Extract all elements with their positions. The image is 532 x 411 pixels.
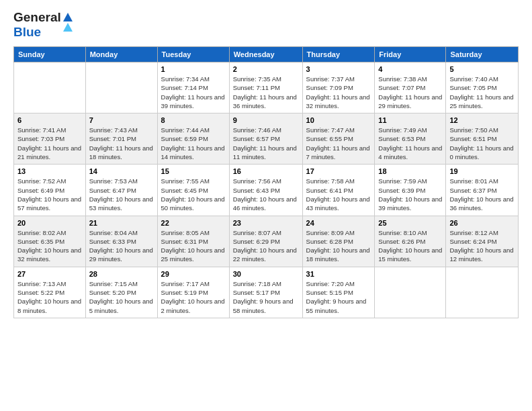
calendar-cell: 16Sunrise: 7:56 AM Sunset: 6:43 PM Dayli… <box>229 165 302 216</box>
day-info: Sunrise: 8:04 AM Sunset: 6:33 PM Dayligh… <box>89 228 154 264</box>
day-info: Sunrise: 7:34 AM Sunset: 7:14 PM Dayligh… <box>161 75 226 110</box>
day-number: 4 <box>378 65 442 73</box>
day-info: Sunrise: 7:37 AM Sunset: 7:09 PM Dayligh… <box>306 75 371 110</box>
day-number: 17 <box>306 167 371 175</box>
day-number: 27 <box>17 270 82 278</box>
day-number: 22 <box>161 219 226 227</box>
calendar-cell: 1Sunrise: 7:34 AM Sunset: 7:14 PM Daylig… <box>157 62 229 113</box>
calendar-cell: 10Sunrise: 7:47 AM Sunset: 6:55 PM Dayli… <box>302 113 375 165</box>
day-number: 14 <box>89 167 154 175</box>
calendar-cell <box>14 62 86 113</box>
day-info: Sunrise: 7:43 AM Sunset: 7:01 PM Dayligh… <box>89 126 154 161</box>
day-of-week-header: Tuesday <box>157 47 229 62</box>
day-number: 24 <box>306 219 371 227</box>
calendar-cell: 26Sunrise: 8:12 AM Sunset: 6:24 PM Dayli… <box>446 216 519 267</box>
day-number: 7 <box>89 116 154 124</box>
day-info: Sunrise: 8:05 AM Sunset: 6:31 PM Dayligh… <box>161 228 226 264</box>
day-number: 1 <box>161 65 226 73</box>
calendar-cell: 18Sunrise: 7:59 AM Sunset: 6:39 PM Dayli… <box>375 165 446 216</box>
day-info: Sunrise: 8:10 AM Sunset: 6:26 PM Dayligh… <box>378 228 442 264</box>
day-number: 29 <box>161 270 226 278</box>
day-of-week-header: Wednesday <box>229 47 302 62</box>
day-info: Sunrise: 7:49 AM Sunset: 6:53 PM Dayligh… <box>378 126 442 161</box>
calendar-cell: 17Sunrise: 7:58 AM Sunset: 6:41 PM Dayli… <box>302 165 375 216</box>
day-number: 20 <box>17 219 82 227</box>
day-number: 28 <box>89 270 154 278</box>
day-number: 19 <box>449 167 515 175</box>
day-info: Sunrise: 7:17 AM Sunset: 5:19 PM Dayligh… <box>161 279 226 315</box>
day-number: 10 <box>306 116 371 124</box>
day-info: Sunrise: 7:56 AM Sunset: 6:43 PM Dayligh… <box>233 177 299 212</box>
calendar-cell: 23Sunrise: 8:07 AM Sunset: 6:29 PM Dayli… <box>229 216 302 267</box>
calendar-cell: 27Sunrise: 7:13 AM Sunset: 5:22 PM Dayli… <box>14 267 86 318</box>
day-number: 5 <box>449 65 515 73</box>
calendar-week-row: 1Sunrise: 7:34 AM Sunset: 7:14 PM Daylig… <box>14 62 519 113</box>
day-info: Sunrise: 7:13 AM Sunset: 5:22 PM Dayligh… <box>17 279 82 315</box>
calendar-table: SundayMondayTuesdayWednesdayThursdayFrid… <box>13 46 519 318</box>
day-number: 23 <box>233 219 299 227</box>
logo-text: General Blue <box>13 10 61 40</box>
day-number: 26 <box>449 219 515 227</box>
day-number: 31 <box>306 270 371 278</box>
calendar-cell: 31Sunrise: 7:20 AM Sunset: 5:15 PM Dayli… <box>302 267 375 318</box>
day-info: Sunrise: 8:09 AM Sunset: 6:28 PM Dayligh… <box>306 228 371 264</box>
calendar-cell: 29Sunrise: 7:17 AM Sunset: 5:19 PM Dayli… <box>157 267 229 318</box>
day-info: Sunrise: 7:35 AM Sunset: 7:11 PM Dayligh… <box>233 75 299 110</box>
day-of-week-header: Monday <box>85 47 157 62</box>
day-number: 16 <box>233 167 299 175</box>
calendar-cell <box>375 267 446 318</box>
day-info: Sunrise: 7:40 AM Sunset: 7:05 PM Dayligh… <box>449 75 515 110</box>
day-number: 8 <box>161 116 226 124</box>
day-info: Sunrise: 8:01 AM Sunset: 6:37 PM Dayligh… <box>449 177 515 212</box>
day-number: 12 <box>449 116 515 124</box>
day-number: 18 <box>378 167 442 175</box>
calendar-week-row: 27Sunrise: 7:13 AM Sunset: 5:22 PM Dayli… <box>14 267 519 318</box>
calendar-week-row: 13Sunrise: 7:52 AM Sunset: 6:49 PM Dayli… <box>14 165 519 216</box>
day-info: Sunrise: 8:07 AM Sunset: 6:29 PM Dayligh… <box>233 228 299 264</box>
calendar-cell <box>446 267 519 318</box>
calendar-cell: 13Sunrise: 7:52 AM Sunset: 6:49 PM Dayli… <box>14 165 86 216</box>
calendar-cell: 24Sunrise: 8:09 AM Sunset: 6:28 PM Dayli… <box>302 216 375 267</box>
day-number: 2 <box>233 65 299 73</box>
day-of-week-header: Saturday <box>446 47 519 62</box>
calendar-cell: 25Sunrise: 8:10 AM Sunset: 6:26 PM Dayli… <box>375 216 446 267</box>
calendar-cell: 20Sunrise: 8:02 AM Sunset: 6:35 PM Dayli… <box>14 216 86 267</box>
day-info: Sunrise: 7:53 AM Sunset: 6:47 PM Dayligh… <box>89 177 154 212</box>
calendar-week-row: 20Sunrise: 8:02 AM Sunset: 6:35 PM Dayli… <box>14 216 519 267</box>
day-number: 9 <box>233 116 299 124</box>
day-number: 21 <box>89 219 154 227</box>
day-info: Sunrise: 7:44 AM Sunset: 6:59 PM Dayligh… <box>161 126 226 161</box>
calendar-cell: 5Sunrise: 7:40 AM Sunset: 7:05 PM Daylig… <box>446 62 519 113</box>
calendar-cell: 15Sunrise: 7:55 AM Sunset: 6:45 PM Dayli… <box>157 165 229 216</box>
calendar-cell: 28Sunrise: 7:15 AM Sunset: 5:20 PM Dayli… <box>85 267 157 318</box>
calendar-cell: 8Sunrise: 7:44 AM Sunset: 6:59 PM Daylig… <box>157 113 229 165</box>
day-number: 30 <box>233 270 299 278</box>
day-of-week-header: Sunday <box>14 47 86 62</box>
day-info: Sunrise: 7:18 AM Sunset: 5:17 PM Dayligh… <box>233 279 299 315</box>
day-info: Sunrise: 7:59 AM Sunset: 6:39 PM Dayligh… <box>378 177 442 212</box>
day-info: Sunrise: 7:55 AM Sunset: 6:45 PM Dayligh… <box>161 177 226 212</box>
calendar-cell: 22Sunrise: 8:05 AM Sunset: 6:31 PM Dayli… <box>157 216 229 267</box>
logo: General Blue <box>13 10 73 40</box>
day-number: 25 <box>378 219 442 227</box>
day-of-week-header: Thursday <box>302 47 375 62</box>
calendar-week-row: 6Sunrise: 7:41 AM Sunset: 7:03 PM Daylig… <box>14 113 519 165</box>
day-info: Sunrise: 7:15 AM Sunset: 5:20 PM Dayligh… <box>89 279 154 315</box>
calendar-cell: 4Sunrise: 7:38 AM Sunset: 7:07 PM Daylig… <box>375 62 446 113</box>
calendar-header-row: SundayMondayTuesdayWednesdayThursdayFrid… <box>14 47 519 62</box>
calendar-cell <box>85 62 157 113</box>
calendar-cell: 21Sunrise: 8:04 AM Sunset: 6:33 PM Dayli… <box>85 216 157 267</box>
calendar-cell: 7Sunrise: 7:43 AM Sunset: 7:01 PM Daylig… <box>85 113 157 165</box>
day-number: 11 <box>378 116 442 124</box>
day-info: Sunrise: 7:41 AM Sunset: 7:03 PM Dayligh… <box>17 126 82 161</box>
calendar-cell: 6Sunrise: 7:41 AM Sunset: 7:03 PM Daylig… <box>14 113 86 165</box>
calendar-cell: 3Sunrise: 7:37 AM Sunset: 7:09 PM Daylig… <box>302 62 375 113</box>
day-of-week-header: Friday <box>375 47 446 62</box>
day-number: 15 <box>161 167 226 175</box>
day-info: Sunrise: 7:20 AM Sunset: 5:15 PM Dayligh… <box>306 279 371 315</box>
day-info: Sunrise: 7:38 AM Sunset: 7:07 PM Dayligh… <box>378 75 442 110</box>
day-info: Sunrise: 7:58 AM Sunset: 6:41 PM Dayligh… <box>306 177 371 212</box>
calendar-cell: 14Sunrise: 7:53 AM Sunset: 6:47 PM Dayli… <box>85 165 157 216</box>
page: General Blue SundayMondayTuesdayWednesda… <box>0 0 532 411</box>
calendar-cell: 11Sunrise: 7:49 AM Sunset: 6:53 PM Dayli… <box>375 113 446 165</box>
